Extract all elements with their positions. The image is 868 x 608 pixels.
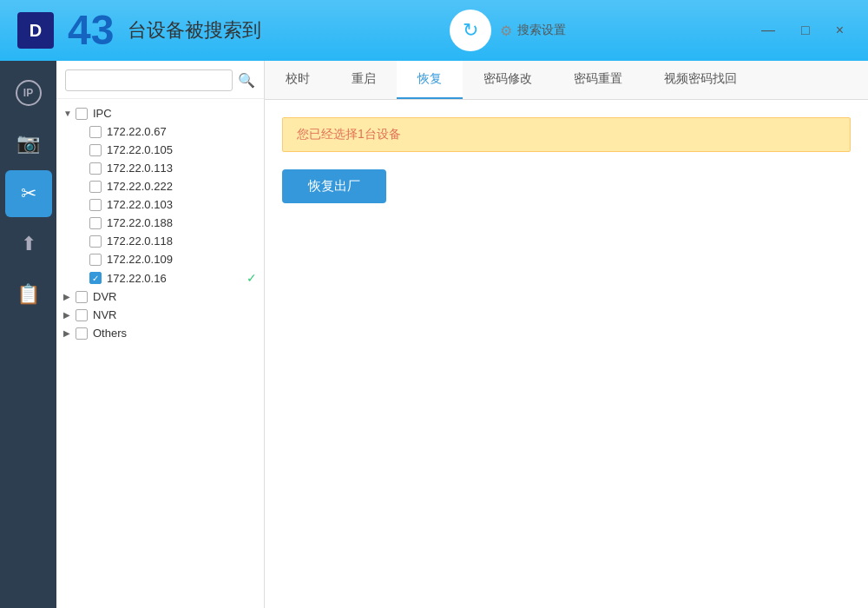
selected-check-icon: ✓	[247, 271, 257, 285]
device-ip-8: 172.22.0.16	[107, 272, 243, 285]
device-ip-0: 172.22.0.67	[107, 125, 257, 138]
checkbox-others[interactable]	[76, 327, 88, 340]
tab-restore[interactable]: 恢复	[397, 61, 463, 99]
docs-icon: 📋	[16, 283, 40, 306]
expand-arrow-nvr: ▶	[63, 310, 76, 320]
maximize-button[interactable]: □	[794, 19, 817, 42]
group-label-ipc: IPC	[93, 107, 257, 120]
tree-device-6[interactable]: 172.22.0.118	[56, 232, 264, 250]
device-ip-7: 172.22.0.109	[107, 253, 257, 266]
search-button[interactable]: 🔍	[238, 72, 255, 89]
sidebar-item-camera[interactable]: 📷	[5, 120, 52, 167]
sidebar-item-docs[interactable]: 📋	[5, 271, 52, 318]
search-settings-button[interactable]: ⚙ 搜索设置	[500, 23, 566, 39]
tab-reset-pwd[interactable]: 密码重置	[553, 61, 643, 99]
tree-group-ipc[interactable]: ▼ IPC	[56, 104, 264, 122]
tree-device-1[interactable]: 172.22.0.105	[56, 141, 264, 159]
minimize-button[interactable]: —	[754, 19, 782, 42]
tab-video-pwd[interactable]: 视频密码找回	[643, 61, 758, 99]
tree-device-3[interactable]: 172.22.0.222	[56, 177, 264, 195]
device-ip-5: 172.22.0.188	[107, 216, 257, 229]
device-count: 43	[68, 10, 114, 51]
tab-calibrate[interactable]: 校时	[265, 61, 331, 99]
expand-arrow-dvr: ▶	[63, 292, 76, 301]
tree-group-nvr[interactable]: ▶ NVR	[56, 306, 264, 324]
group-label-dvr: DVR	[93, 290, 257, 303]
checkbox-device-2[interactable]	[89, 162, 102, 175]
checkbox-device-8[interactable]	[89, 272, 102, 284]
tab-restart[interactable]: 重启	[331, 61, 397, 99]
tree-device-2[interactable]: 172.22.0.113	[56, 159, 264, 177]
window-controls: — □ ×	[754, 19, 851, 42]
title-center: ↻ ⚙ 搜索设置	[450, 10, 566, 51]
search-bar: 🔍	[56, 61, 264, 99]
upload-icon: ⬆	[21, 233, 36, 255]
device-count-label: 台设备被搜索到	[128, 17, 261, 43]
close-button[interactable]: ×	[829, 19, 851, 42]
tree-group-dvr[interactable]: ▶ DVR	[56, 287, 264, 306]
tab-passwd[interactable]: 密码修改	[463, 61, 553, 99]
device-ip-4: 172.22.0.103	[107, 198, 257, 211]
app-logo: D	[17, 12, 54, 49]
ip-icon: IP	[16, 80, 42, 106]
device-panel: 🔍 ▼ IPC 172.22.0.67	[56, 61, 265, 608]
checkbox-nvr[interactable]	[76, 309, 88, 321]
tree-device-7[interactable]: 172.22.0.109	[56, 250, 264, 268]
title-left: D 43 台设备被搜索到	[17, 10, 261, 51]
tree-device-4[interactable]: 172.22.0.103	[56, 195, 264, 214]
checkbox-dvr[interactable]	[76, 291, 88, 303]
sidebar: IP 📷 ✂ ⬆ 📋	[0, 61, 56, 608]
tree-device-0[interactable]: 172.22.0.67	[56, 122, 264, 141]
checkbox-device-7[interactable]	[89, 254, 102, 266]
tree-device-8[interactable]: 172.22.0.16 ✓	[56, 268, 264, 287]
main-content: IP 📷 ✂ ⬆ 📋 🔍	[0, 61, 868, 608]
device-ip-1: 172.22.0.105	[107, 143, 257, 156]
restore-content: 您已经选择1台设备 恢复出厂	[265, 100, 868, 608]
tabs-bar: 校时 重启 恢复 密码修改 密码重置 视频密码找回	[265, 61, 868, 100]
group-label-nvr: NVR	[93, 308, 257, 321]
search-icon: 🔍	[238, 73, 255, 88]
restore-factory-button[interactable]: 恢复出厂	[282, 169, 386, 203]
expand-arrow-ipc: ▼	[63, 109, 76, 118]
selected-info-banner: 您已经选择1台设备	[282, 117, 851, 152]
title-bar: D 43 台设备被搜索到 ↻ ⚙ 搜索设置 — □ ×	[0, 0, 868, 61]
sidebar-item-ip[interactable]: IP	[5, 69, 52, 116]
checkbox-device-0[interactable]	[89, 126, 102, 138]
content-panel: 校时 重启 恢复 密码修改 密码重置 视频密码找回	[265, 61, 868, 608]
expand-arrow-others: ▶	[63, 328, 76, 338]
checkbox-device-4[interactable]	[89, 199, 102, 211]
search-input[interactable]	[65, 69, 233, 91]
device-tree: ▼ IPC 172.22.0.67 172.22.0.105	[56, 99, 264, 608]
tree-device-5[interactable]: 172.22.0.188	[56, 214, 264, 232]
sidebar-item-tools[interactable]: ✂	[5, 170, 52, 217]
device-ip-6: 172.22.0.118	[107, 235, 257, 248]
refresh-button[interactable]: ↻	[450, 10, 491, 51]
checkbox-device-3[interactable]	[89, 181, 102, 193]
checkbox-device-5[interactable]	[89, 217, 102, 229]
tools-icon: ✂	[21, 182, 36, 205]
sidebar-item-upload[interactable]: ⬆	[5, 221, 52, 268]
gear-icon: ⚙	[500, 23, 512, 39]
device-ip-2: 172.22.0.113	[107, 162, 257, 175]
checkbox-device-1[interactable]	[89, 144, 102, 156]
checkbox-ipc[interactable]	[76, 108, 88, 120]
camera-icon: 📷	[16, 132, 40, 155]
tree-group-others[interactable]: ▶ Others	[56, 324, 264, 342]
device-ip-3: 172.22.0.222	[107, 180, 257, 193]
group-label-others: Others	[93, 327, 257, 340]
checkbox-device-6[interactable]	[89, 235, 102, 248]
